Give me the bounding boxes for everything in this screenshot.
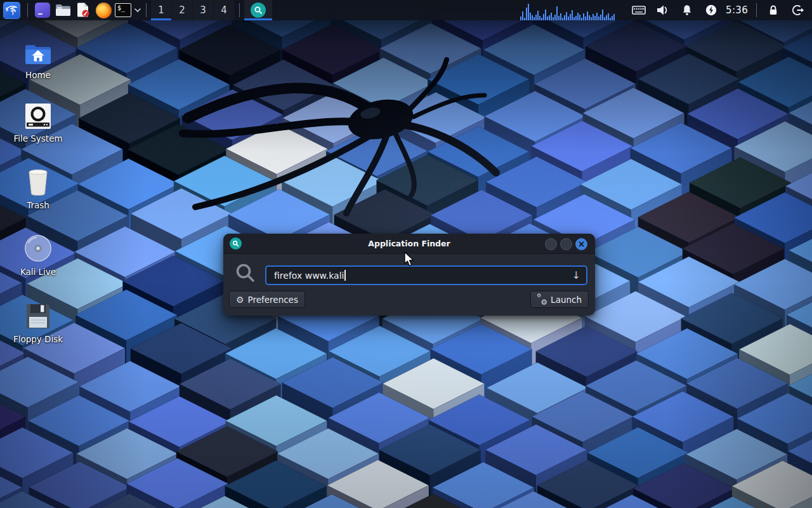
logout-icon[interactable] xyxy=(790,3,804,17)
launch-button[interactable]: ⚙ ⚙ Launch xyxy=(530,291,589,308)
minimize-button[interactable] xyxy=(545,238,557,250)
folder-icon xyxy=(55,3,71,17)
panel-status-area: 5:36 xyxy=(520,0,812,20)
optical-disc-icon xyxy=(23,234,53,263)
workspace-2[interactable]: 2 xyxy=(172,0,192,20)
top-panel: $_ 1 2 3 4 xyxy=(0,0,812,20)
launcher-text-editor[interactable] xyxy=(73,0,93,20)
keyboard-indicator-icon[interactable] xyxy=(632,3,646,17)
desktop-icon-trash[interactable]: Trash xyxy=(8,167,69,210)
app-finder-icon xyxy=(251,3,266,18)
kali-menu-button[interactable] xyxy=(0,0,23,20)
terminal-emulator-icon: $_ xyxy=(115,3,131,17)
panel-separator xyxy=(239,3,240,17)
text-editor-icon xyxy=(76,3,90,18)
desktop-icon-label: Kali Live xyxy=(20,267,56,277)
preferences-button[interactable]: ⚙ Preferences xyxy=(229,291,305,308)
floppy-disk-icon xyxy=(25,301,51,330)
desktop-icon-label: Trash xyxy=(27,200,49,210)
launcher-terminal-emulator[interactable]: $_ xyxy=(114,0,133,20)
desktop-icon-label: File System xyxy=(13,133,62,144)
lock-screen-icon[interactable] xyxy=(766,3,780,17)
hard-drive-icon xyxy=(25,100,51,130)
workspace-3[interactable]: 3 xyxy=(193,0,213,20)
gear-icon: ⚙ xyxy=(236,295,244,304)
chevron-down-icon[interactable] xyxy=(134,7,141,13)
window-title: Application Finder xyxy=(223,239,595,248)
search-input[interactable]: firefox www.kali ↓ xyxy=(265,265,587,285)
maximize-button[interactable] xyxy=(560,238,572,250)
window-controls: × xyxy=(545,238,587,250)
desktop-root: $_ 1 2 3 4 xyxy=(0,0,812,508)
application-finder-window: Application Finder × firefox www.kali ↓ xyxy=(223,234,595,316)
close-icon: × xyxy=(578,239,586,248)
gear-small-icon: ⚙ xyxy=(537,293,541,298)
desktop-icon-floppy-disk[interactable]: Floppy Disk xyxy=(8,301,69,344)
text-caret xyxy=(344,270,346,281)
workspace-4[interactable]: 4 xyxy=(214,0,234,20)
dropdown-arrow-icon[interactable]: ↓ xyxy=(572,269,580,281)
workspace-1-label: 1 xyxy=(158,4,164,16)
desktop-icon-home[interactable]: Home xyxy=(8,37,69,80)
launcher-terminal[interactable] xyxy=(32,0,53,20)
firefox-icon xyxy=(96,3,112,18)
desktop-icon-kali-live[interactable]: Kali Live xyxy=(8,234,69,277)
close-button[interactable]: × xyxy=(575,238,587,250)
workspace-3-label: 3 xyxy=(200,4,206,16)
launch-gears-icon: ⚙ ⚙ xyxy=(537,295,547,304)
launch-label: Launch xyxy=(551,295,582,305)
preferences-label: Preferences xyxy=(248,295,298,305)
desktop-icon-file-system[interactable]: File System xyxy=(8,100,69,144)
launcher-firefox[interactable] xyxy=(93,0,114,20)
panel-separator xyxy=(146,3,147,17)
desktop-icon-label: Home xyxy=(25,70,51,80)
trash-bin-icon xyxy=(25,167,51,196)
volume-icon[interactable] xyxy=(656,3,670,17)
notifications-bell-icon[interactable] xyxy=(680,3,694,17)
panel-separator xyxy=(27,3,28,17)
search-input-value: firefox www.kali xyxy=(274,271,344,281)
search-icon xyxy=(235,262,256,286)
workspace-4-label: 4 xyxy=(221,4,227,16)
workspace-2-label: 2 xyxy=(179,4,185,16)
home-folder-icon xyxy=(24,37,52,66)
cpu-graph[interactable] xyxy=(520,0,620,20)
terminal-icon xyxy=(35,3,50,18)
gear-icon: ⚙ xyxy=(540,298,547,306)
workspace-1[interactable]: 1 xyxy=(151,0,171,20)
panel-separator xyxy=(756,3,757,17)
launcher-file-manager[interactable] xyxy=(53,0,73,20)
app-finder-window-icon xyxy=(230,237,242,250)
desktop-icon-label: Floppy Disk xyxy=(13,334,63,344)
clock[interactable]: 5:36 xyxy=(726,4,748,16)
taskbar-app-finder[interactable] xyxy=(244,0,272,20)
kali-logo-icon xyxy=(3,2,20,19)
power-manager-icon[interactable] xyxy=(704,3,718,17)
mouse-cursor xyxy=(404,251,416,268)
